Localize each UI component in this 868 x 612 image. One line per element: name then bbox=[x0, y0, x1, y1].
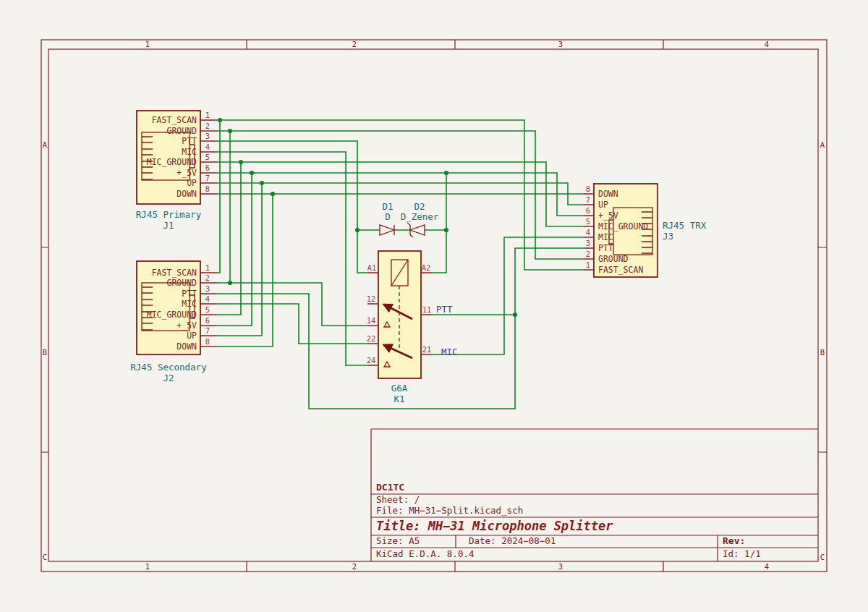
symbol-j3-rj45-trx[interactable]: 8 7 6 5 4 3 2 1 DOWN UP +_5V MIC_GROUND … bbox=[583, 184, 707, 277]
j1-pin-number: 5 bbox=[205, 153, 210, 161]
frame-row-label: B bbox=[43, 348, 47, 357]
net-label-ptt[interactable]: PTT bbox=[436, 304, 453, 315]
wire-coil-a2-5v[interactable] bbox=[432, 173, 446, 273]
j3-pin-number: 1 bbox=[586, 260, 590, 269]
wire-relay21-mic[interactable] bbox=[432, 237, 583, 354]
k1-ref: K1 bbox=[393, 394, 404, 404]
j1-pin-name: UP bbox=[187, 178, 197, 188]
j2-pin-name: FAST_SCAN bbox=[152, 268, 197, 278]
j3-pin-name: PTT bbox=[598, 243, 613, 253]
j3-pin-name: MIC bbox=[598, 232, 613, 242]
j2-pin-number: 1 bbox=[205, 263, 210, 272]
title-block-tool: KiCad E.D.A. 8.0.4 bbox=[376, 548, 474, 559]
k1-value: G6A bbox=[391, 383, 408, 394]
title-block-title: Title: MH−31 Microphone Splitter bbox=[376, 519, 613, 533]
j3-pin-name: DOWN bbox=[598, 189, 618, 199]
j2-pin-number: 4 bbox=[205, 294, 210, 303]
j1-pin-name: +_5V bbox=[176, 168, 197, 178]
j1-pin-name: MIC_GROUND bbox=[147, 157, 197, 167]
j2-pin-number: 6 bbox=[205, 316, 210, 325]
frame-col-label: 1 bbox=[145, 40, 150, 48]
title-block-lines bbox=[371, 429, 818, 561]
j3-pin-number: 4 bbox=[586, 228, 590, 237]
frame-col-label: 3 bbox=[558, 562, 563, 571]
j3-pin-name: MIC_GROUND bbox=[598, 221, 648, 231]
j3-ref: J3 bbox=[663, 231, 673, 242]
j2-pin-number: 8 bbox=[205, 337, 210, 346]
wire-j2-micground[interactable] bbox=[217, 162, 241, 315]
frame-row-label: A bbox=[820, 140, 825, 149]
wire-j1-mic[interactable] bbox=[217, 152, 367, 365]
j3-value: RJ45 TRX bbox=[663, 220, 707, 231]
title-block-rev: Rev: bbox=[723, 535, 745, 546]
schematic-sheet: 1 2 3 4 1 2 3 4 A B C A B C bbox=[0, 0, 868, 612]
j3-pin-number: 7 bbox=[586, 195, 590, 204]
zener-diode-icon bbox=[407, 223, 425, 237]
title-block-id: Id: 1/1 bbox=[723, 548, 761, 559]
j1-pin-name: DOWN bbox=[176, 189, 197, 199]
k1-pin-21: 21 bbox=[422, 345, 432, 354]
k1-pin-24: 24 bbox=[367, 356, 376, 365]
j2-pin-name: GROUND bbox=[166, 278, 197, 288]
j3-pin-name: FAST_SCAN bbox=[598, 265, 643, 275]
j2-pin-number: 2 bbox=[205, 273, 210, 282]
wire-j2-fastscan[interactable] bbox=[217, 120, 220, 273]
title-block-sheet: Sheet: / bbox=[376, 494, 420, 505]
title-block-date: Date: 2024−08−01 bbox=[469, 535, 556, 546]
j1-pin-number: 6 bbox=[205, 163, 210, 172]
title-block-file: File: MH−31−Split.kicad_sch bbox=[376, 505, 523, 516]
j2-pin-number: 5 bbox=[205, 305, 210, 314]
j2-pin-name: UP bbox=[187, 331, 197, 341]
k1-pin-11: 11 bbox=[422, 305, 432, 314]
net-label-mic[interactable]: MIC bbox=[441, 347, 458, 357]
frame-col-label: 4 bbox=[765, 562, 769, 571]
j1-pin-number: 2 bbox=[205, 122, 210, 130]
j3-pin-name: GROUND bbox=[598, 254, 629, 264]
diode-icon bbox=[380, 225, 394, 235]
symbol-j1-rj45-primary[interactable]: 1 2 3 4 5 6 7 8 FAST_SCAN GROUND PTT MIC… bbox=[136, 111, 217, 231]
title-block-size: Size: A5 bbox=[376, 535, 420, 546]
j1-pin-name: MIC bbox=[182, 147, 197, 157]
j1-pin-name: FAST_SCAN bbox=[152, 115, 197, 125]
frame-col-label: 2 bbox=[352, 40, 357, 48]
wire-junctions bbox=[218, 118, 517, 317]
j1-pin-number: 7 bbox=[205, 174, 210, 182]
d2-value: D_Zener bbox=[401, 211, 439, 222]
symbol-d2-zener-diode[interactable]: D2 D_Zener bbox=[401, 201, 439, 237]
frame-row-label: A bbox=[43, 140, 48, 149]
frame-row-label: B bbox=[820, 348, 825, 357]
k1-pin-12: 12 bbox=[367, 294, 376, 303]
frame-col-label: 2 bbox=[352, 562, 357, 571]
frame-col-label: 4 bbox=[765, 40, 769, 48]
j2-pin-name: +_5V bbox=[176, 320, 197, 331]
d1-value: D bbox=[385, 211, 391, 222]
j2-pin-name: PTT bbox=[182, 289, 197, 299]
wire-j2-5v[interactable] bbox=[217, 173, 252, 326]
wire-j2-down[interactable] bbox=[217, 194, 273, 347]
symbol-k1-relay[interactable]: A1 A2 12 14 22 24 11 21 G6A K1 bbox=[367, 251, 432, 404]
wire-j2-up[interactable] bbox=[217, 183, 262, 336]
d2-ref: D2 bbox=[414, 201, 425, 212]
j1-pin-number: 1 bbox=[205, 111, 210, 119]
j2-value: RJ45 Secondary bbox=[130, 362, 207, 373]
j1-pin-name: GROUND bbox=[166, 126, 197, 136]
j2-pin-name: DOWN bbox=[176, 341, 197, 352]
k1-pin-a2: A2 bbox=[422, 263, 431, 272]
j2-pin-name: MIC_GROUND bbox=[147, 310, 197, 320]
symbol-j2-rj45-secondary[interactable]: 1 2 3 4 5 6 7 8 FAST_SCAN GROUND PTT MIC… bbox=[130, 261, 217, 383]
j3-pin-number: 2 bbox=[586, 250, 590, 258]
j2-pin-number: 3 bbox=[205, 284, 210, 293]
j2-pin-name: MIC bbox=[182, 299, 197, 309]
d1-ref: D1 bbox=[382, 201, 393, 212]
j1-pin-number: 8 bbox=[205, 184, 210, 193]
j1-value: RJ45 Primary bbox=[136, 209, 202, 220]
title-block-company: DC1TC bbox=[376, 482, 404, 493]
j3-pin-number: 8 bbox=[586, 184, 590, 193]
k1-pin-22: 22 bbox=[367, 334, 376, 343]
frame-col-label: 1 bbox=[145, 562, 150, 571]
j1-pin-name: PTT bbox=[182, 136, 197, 146]
wire-j2-mic-relay22[interactable] bbox=[217, 304, 367, 344]
symbol-d1-diode[interactable]: D1 D bbox=[380, 201, 394, 235]
j2-ref: J2 bbox=[163, 373, 174, 383]
j3-pin-number: 3 bbox=[586, 239, 590, 247]
